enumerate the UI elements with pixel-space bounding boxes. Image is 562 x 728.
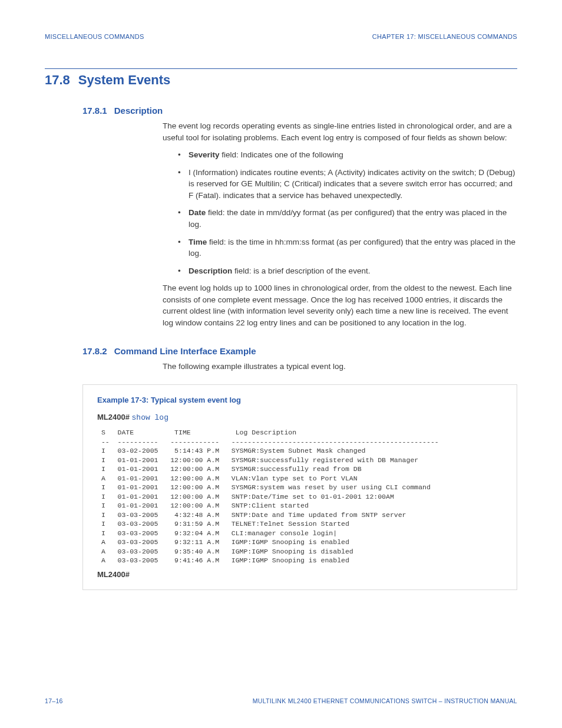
- description-body: The event log records operating events a…: [163, 120, 517, 328]
- cli-command: show log: [132, 413, 168, 422]
- subsection-number: 17.8.2: [82, 346, 107, 356]
- cli-prompt-end: ML2400#: [97, 570, 503, 579]
- section-name: System Events: [78, 73, 171, 88]
- section-number: 17.8: [45, 73, 70, 88]
- example-command-line: ML2400# show log: [97, 413, 503, 422]
- cli-para1: The following example illustrates a typi…: [163, 361, 517, 373]
- footer-page-number: 17–16: [45, 697, 63, 704]
- footer-manual-title: MULTILINK ML2400 ETHERNET COMMUNICATIONS…: [253, 697, 517, 704]
- subsection-number: 17.8.1: [82, 106, 107, 116]
- example-title: Example 17-3: Typical system event log: [97, 396, 503, 404]
- cli-prompt: ML2400#: [97, 413, 130, 421]
- bullet-time: Time field: is the time in hh:mm:ss form…: [180, 236, 517, 259]
- description-para1: The event log records operating events a…: [163, 120, 517, 143]
- page-footer: 17–16 MULTILINK ML2400 ETHERNET COMMUNIC…: [45, 697, 517, 704]
- section-title: 17.8 System Events: [45, 73, 517, 88]
- subsection-description: 17.8.1 Description: [82, 106, 517, 116]
- cli-body: The following example illustrates a typi…: [163, 361, 517, 373]
- bullet-date: Date field: the date in mm/dd/yy format …: [180, 207, 517, 230]
- subsection-cli-example: 17.8.2 Command Line Interface Example: [82, 346, 517, 356]
- page-header: MISCELLANEOUS COMMANDS CHAPTER 17: MISCE…: [45, 33, 517, 40]
- header-right: CHAPTER 17: MISCELLANEOUS COMMANDS: [372, 33, 517, 40]
- example-box: Example 17-3: Typical system event log M…: [82, 384, 517, 590]
- header-left: MISCELLANEOUS COMMANDS: [45, 33, 144, 40]
- description-para2: The event log holds up to 1000 lines in …: [163, 282, 517, 328]
- bullet-info-codes: I (Information) indicates routine events…: [180, 167, 517, 202]
- subsection-name: Command Line Interface Example: [114, 346, 256, 356]
- description-bullets: Severity field: Indicates one of the fol…: [163, 149, 517, 276]
- section-rule: [45, 68, 517, 69]
- example-log-output: S DATE TIME Log Description -- ---------…: [97, 428, 503, 565]
- bullet-severity: Severity field: Indicates one of the fol…: [180, 149, 517, 161]
- subsection-name: Description: [114, 106, 163, 116]
- bullet-description: Description field: is a brief descriptio…: [180, 265, 517, 277]
